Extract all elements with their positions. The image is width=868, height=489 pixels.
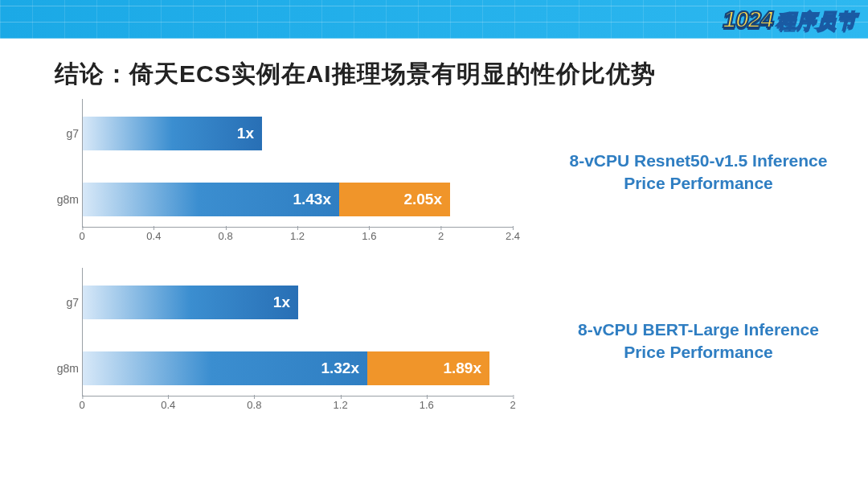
x-tick: 0 xyxy=(79,399,84,411)
x-tick: 2.4 xyxy=(506,230,520,242)
y-axis-label-g7: g7 xyxy=(39,127,79,140)
top-banner: 1024 程序员节 xyxy=(0,0,868,39)
bar-segment-g8m-2: 2.05x xyxy=(339,183,450,216)
x-tick: 1.6 xyxy=(420,399,434,411)
x-tick: 2 xyxy=(510,399,515,411)
x-axis: 0 0.4 0.8 1.2 1.6 2 2.4 xyxy=(82,228,513,245)
event-badge-text: 程序员节 xyxy=(776,8,857,34)
chart-title-resnet: 8-vCPU Resnet50-v1.5 Inference Price Per… xyxy=(513,150,868,195)
bar-label: 1.89x xyxy=(443,360,481,377)
event-badge: 1024 程序员节 xyxy=(723,6,857,34)
bar-segment-g8m-2: 1.89x xyxy=(367,351,489,385)
x-axis: 0 0.4 0.8 1.2 1.6 2 xyxy=(82,397,513,414)
bar-segment-g8m-1: 1.32x xyxy=(83,351,367,385)
x-tick: 0.8 xyxy=(219,230,233,242)
chart-title-bert: 8-vCPU BERT-Large Inference Price Perfor… xyxy=(513,318,868,364)
x-tick: 2 xyxy=(438,230,444,242)
bar-label: 2.05x xyxy=(403,191,442,208)
x-tick: 0 xyxy=(79,230,84,242)
bar-label: 1x xyxy=(273,294,290,311)
x-tick: 0.4 xyxy=(146,230,161,242)
event-badge-number: 1024 xyxy=(723,6,773,33)
chart-bert: g7 g8m 1x 1.32x 1.89x xyxy=(39,268,513,414)
y-axis-label-g8m: g8m xyxy=(39,193,79,206)
bar-label: 1.43x xyxy=(293,191,331,208)
plot-area: 1x 1.43x 2.05x xyxy=(82,99,513,228)
page-title: 结论：倚天ECS实例在AI推理场景有明显的性价比优势 xyxy=(0,39,868,99)
chart-row-resnet: g7 g8m 1x 1.43x 2.05x xyxy=(39,99,868,245)
bar-g8m: 1.32x 1.89x xyxy=(83,351,489,385)
bar-label: 1.32x xyxy=(321,360,359,377)
y-axis-label-g7: g7 xyxy=(39,296,79,309)
chart-row-bert: g7 g8m 1x 1.32x 1.89x xyxy=(39,268,868,414)
y-axis-label-g8m: g8m xyxy=(39,362,79,375)
x-tick: 1.6 xyxy=(362,230,376,242)
x-tick: 1.2 xyxy=(290,230,305,242)
bar-g7: 1x xyxy=(83,117,262,150)
bar-g8m: 1.43x 2.05x xyxy=(83,183,450,216)
x-tick: 0.8 xyxy=(247,399,261,411)
bar-segment-g7: 1x xyxy=(83,117,262,150)
bar-segment-g7: 1x xyxy=(83,286,298,319)
x-tick: 1.2 xyxy=(334,399,348,411)
charts-container: g7 g8m 1x 1.43x 2.05x xyxy=(0,99,868,414)
bar-label: 1x xyxy=(237,125,254,142)
plot-area: 1x 1.32x 1.89x xyxy=(82,268,513,397)
x-tick: 0.4 xyxy=(161,399,175,411)
bar-g7: 1x xyxy=(83,286,298,319)
bar-segment-g8m-1: 1.43x xyxy=(83,183,339,216)
chart-resnet: g7 g8m 1x 1.43x 2.05x xyxy=(39,99,513,245)
